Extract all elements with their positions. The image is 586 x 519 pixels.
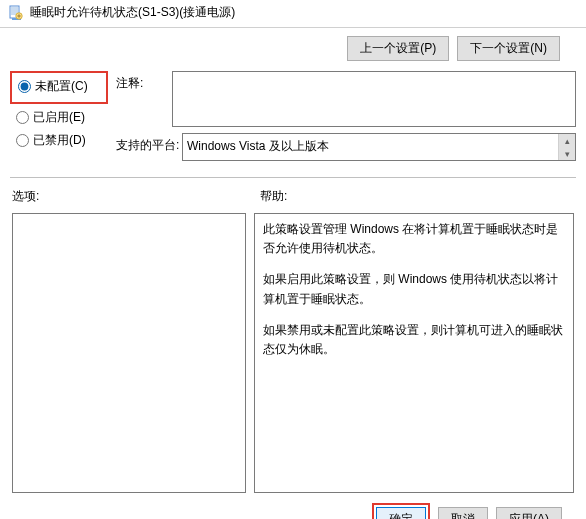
nav-buttons: 上一个设置(P) 下一个设置(N) <box>10 34 576 71</box>
radio-not-configured[interactable]: 未配置(C) <box>12 75 106 98</box>
previous-setting-button[interactable]: 上一个设置(P) <box>347 36 449 61</box>
scroll-down-icon[interactable]: ▾ <box>559 147 575 160</box>
help-panel: 此策略设置管理 Windows 在将计算机置于睡眠状态时是否允许使用待机状态。 … <box>254 213 574 493</box>
policy-icon <box>8 5 24 21</box>
next-setting-button[interactable]: 下一个设置(N) <box>457 36 560 61</box>
footer-buttons: 确定 取消 应用(A) <box>10 493 576 519</box>
radio-enabled[interactable]: 已启用(E) <box>10 106 108 129</box>
section-labels: 选项: 帮助: <box>10 186 576 209</box>
titlebar: 睡眠时允许待机状态(S1-S3)(接通电源) <box>0 0 586 28</box>
apply-button[interactable]: 应用(A) <box>496 507 562 519</box>
platform-field: 支持的平台: Windows Vista 及以上版本 ▴ ▾ <box>116 133 576 161</box>
lower-panels: 此策略设置管理 Windows 在将计算机置于睡眠状态时是否允许使用待机状态。 … <box>10 209 576 493</box>
radio-enabled-label: 已启用(E) <box>33 109 85 126</box>
help-paragraph-3: 如果禁用或未配置此策略设置，则计算机可进入的睡眠状态仅为休眠。 <box>263 321 565 359</box>
scroll-up-icon[interactable]: ▴ <box>559 134 575 147</box>
radio-disabled-label: 已禁用(D) <box>33 132 86 149</box>
cancel-button[interactable]: 取消 <box>438 507 488 519</box>
radio-disabled[interactable]: 已禁用(D) <box>10 129 108 152</box>
platform-box: Windows Vista 及以上版本 ▴ ▾ <box>182 133 576 161</box>
options-panel <box>12 213 246 493</box>
highlight-ok: 确定 <box>372 503 430 519</box>
platform-value: Windows Vista 及以上版本 <box>187 138 329 155</box>
comment-field: 注释: <box>116 71 576 127</box>
help-paragraph-2: 如果启用此策略设置，则 Windows 使用待机状态以将计算机置于睡眠状态。 <box>263 270 565 308</box>
platform-label: 支持的平台: <box>116 133 182 154</box>
fields-column: 注释: 支持的平台: Windows Vista 及以上版本 ▴ ▾ <box>116 71 576 167</box>
help-paragraph-1: 此策略设置管理 Windows 在将计算机置于睡眠状态时是否允许使用待机状态。 <box>263 220 565 258</box>
help-label: 帮助: <box>260 188 287 205</box>
radio-enabled-input[interactable] <box>16 111 29 124</box>
radio-disabled-input[interactable] <box>16 134 29 147</box>
platform-scrollbar[interactable]: ▴ ▾ <box>558 134 575 160</box>
ok-button[interactable]: 确定 <box>376 507 426 519</box>
comment-label: 注释: <box>116 71 172 92</box>
separator <box>10 177 576 178</box>
radio-not-configured-input[interactable] <box>18 80 31 93</box>
radio-not-configured-label: 未配置(C) <box>35 78 88 95</box>
highlight-not-configured: 未配置(C) <box>10 71 108 104</box>
policy-editor-window: 睡眠时允许待机状态(S1-S3)(接通电源) 上一个设置(P) 下一个设置(N)… <box>0 0 586 519</box>
window-title: 睡眠时允许待机状态(S1-S3)(接通电源) <box>30 4 235 21</box>
comment-textarea[interactable] <box>172 71 576 127</box>
content-area: 上一个设置(P) 下一个设置(N) 未配置(C) 已启用(E) 已禁用(D) <box>0 28 586 519</box>
options-label: 选项: <box>10 188 260 205</box>
state-radio-group: 未配置(C) 已启用(E) 已禁用(D) <box>10 71 108 167</box>
config-row: 未配置(C) 已启用(E) 已禁用(D) 注释: 支持的平 <box>10 71 576 173</box>
